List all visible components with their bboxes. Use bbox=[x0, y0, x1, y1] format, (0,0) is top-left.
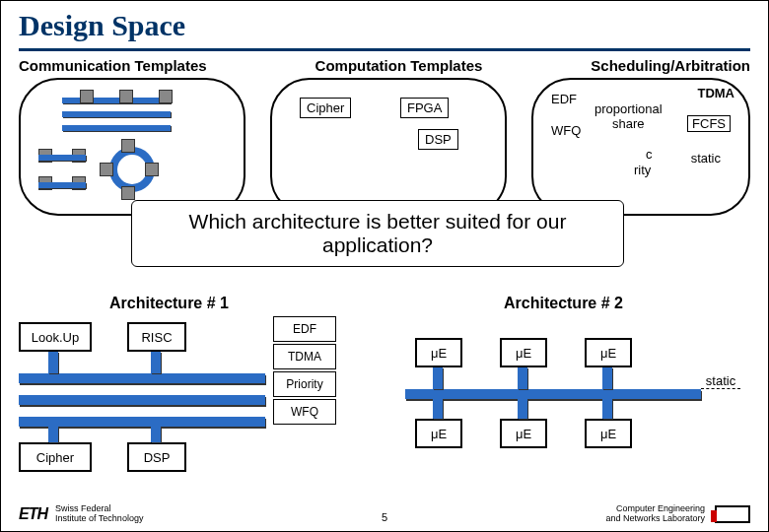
stub-icon bbox=[151, 352, 161, 373]
tik-logo bbox=[715, 505, 750, 523]
box-me: μE bbox=[500, 419, 547, 448]
sched-edf: EDF bbox=[273, 316, 336, 342]
stub-icon bbox=[602, 399, 612, 419]
footer-institute: Swiss Federal Institute of Technology bbox=[55, 504, 143, 524]
col-comp: Computation Templates bbox=[315, 57, 483, 74]
box-me: μE bbox=[585, 419, 632, 448]
node-icon bbox=[145, 163, 159, 176]
node-icon bbox=[119, 90, 133, 103]
box-me: μE bbox=[500, 338, 547, 367]
label-dynpri-b: rity bbox=[634, 163, 651, 177]
box-me: μE bbox=[415, 338, 462, 367]
bus-mid bbox=[19, 395, 265, 405]
col-comm: Communication Templates bbox=[19, 57, 207, 74]
architecture-1: Look.Up RISC Cipher DSP EDF TDMA Priorit… bbox=[19, 316, 384, 484]
stub-icon bbox=[518, 399, 527, 419]
column-headers: Communication Templates Computation Temp… bbox=[1, 51, 768, 74]
bus-top bbox=[19, 373, 265, 383]
network-glyphs bbox=[33, 90, 236, 208]
label-fcfs: FCFS bbox=[687, 115, 731, 132]
sched-priority: Priority bbox=[273, 371, 336, 397]
chip-cipher: Cipher bbox=[300, 98, 351, 118]
footer-left: ETH Swiss Federal Institute of Technolog… bbox=[19, 504, 143, 524]
bubble-scheduling: EDF TDMA proportional share WFQ FCFS sta… bbox=[531, 78, 750, 216]
bus-icon bbox=[62, 98, 171, 103]
box-lookup: Look.Up bbox=[19, 322, 92, 352]
bubble-communication bbox=[19, 78, 245, 216]
slide: Design Space Communication Templates Com… bbox=[0, 0, 769, 532]
label-proportional-share: proportional share bbox=[594, 101, 663, 131]
stub-icon bbox=[48, 352, 58, 373]
box-me: μE bbox=[415, 419, 462, 448]
chip-fpga: FPGA bbox=[400, 98, 449, 118]
stub-icon bbox=[151, 427, 161, 442]
box-risc: RISC bbox=[127, 322, 186, 352]
node-icon bbox=[100, 163, 113, 176]
arch1-heading: Architecture # 1 bbox=[109, 295, 229, 312]
footer-lab: Computer Engineering and Networks Labora… bbox=[605, 504, 705, 524]
sched-stack: EDF TDMA Priority WFQ bbox=[273, 316, 336, 427]
chip-dsp: DSP bbox=[418, 129, 458, 150]
bubble-computation: Cipher FPGA DSP bbox=[270, 78, 507, 216]
label-tdma: TDMA bbox=[697, 86, 734, 100]
node-icon bbox=[121, 186, 135, 200]
label-static: static bbox=[701, 373, 740, 389]
bus-bot bbox=[19, 417, 265, 427]
bus-arch2 bbox=[405, 389, 701, 399]
question-text: Which architecture is better suited for … bbox=[132, 210, 623, 257]
box-cipher: Cipher bbox=[19, 442, 92, 472]
stub-icon bbox=[48, 427, 58, 442]
bus-icon bbox=[38, 155, 86, 161]
col-sched: Scheduling/Arbitration bbox=[591, 57, 750, 74]
stub-icon bbox=[433, 367, 443, 389]
footer-right: Computer Engineering and Networks Labora… bbox=[605, 504, 750, 524]
page-title: Design Space bbox=[1, 1, 768, 44]
bus-icon bbox=[62, 111, 171, 117]
box-dsp: DSP bbox=[127, 442, 186, 472]
stub-icon bbox=[602, 367, 612, 389]
bus-icon bbox=[38, 182, 86, 188]
bus-icon bbox=[62, 125, 171, 131]
sched-tdma: TDMA bbox=[273, 344, 336, 369]
sched-wfq: WFQ bbox=[273, 399, 336, 425]
node-icon bbox=[121, 139, 135, 153]
stub-icon bbox=[433, 399, 443, 419]
box-me: μE bbox=[585, 338, 632, 367]
arch2-heading: Architecture # 2 bbox=[504, 295, 623, 312]
node-icon bbox=[159, 90, 173, 103]
architecture-2: μE μE μE μE μE μE static bbox=[405, 316, 750, 484]
label-wfq: WFQ bbox=[551, 123, 581, 138]
stub-icon bbox=[518, 367, 527, 389]
eth-logo: ETH bbox=[19, 505, 47, 523]
node-icon bbox=[80, 90, 94, 103]
label-dynpri-a: c bbox=[646, 147, 653, 162]
label-static: static bbox=[691, 151, 721, 166]
page-number: 5 bbox=[382, 511, 387, 523]
label-edf: EDF bbox=[551, 92, 577, 106]
question-overlay: Which architecture is better suited for … bbox=[131, 200, 624, 267]
